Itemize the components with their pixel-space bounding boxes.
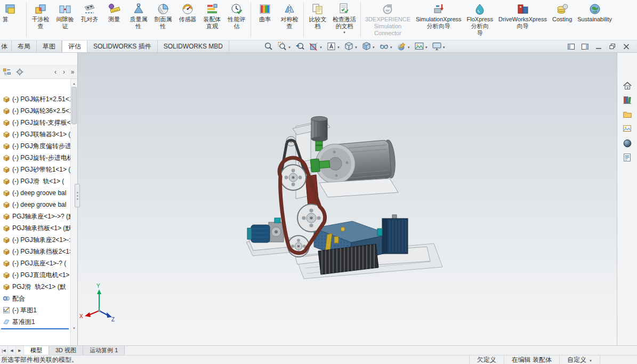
tree-item[interactable]: PGJ滑 轨2<1> (默 [0,281,70,293]
ribbon-button-hole-alignment[interactable]: 孔对齐 [77,1,102,39]
taskpane-design-library-button[interactable] [620,94,635,107]
view-settings-button[interactable] [431,41,447,52]
tab-solidworks-mbd[interactable]: SOLIDWORKS MBD [158,41,229,52]
model-stepper-motor[interactable] [311,117,327,151]
ribbon-button-label: 曲率 [259,16,271,23]
close-button[interactable] [622,43,631,50]
status-units-custom[interactable]: 自定义 [559,355,600,364]
tree-item[interactable]: (-) PGJ旋转-支撑板< [0,117,70,128]
tree-item-sketch[interactable]: (-) 草图1 [0,304,70,316]
minimize-button[interactable] [594,43,603,50]
tab-assembly[interactable]: 体 [0,41,12,52]
tree-item[interactable]: (-) deep groove bal [0,187,70,199]
panel-tab-back-button[interactable] [52,69,59,75]
ribbon-button-assembly-visualization[interactable]: 装配体 直观 [200,1,224,39]
hide-show-items-button[interactable] [378,41,394,52]
ribbon-button-sustainability[interactable]: Sustainability [575,1,615,39]
zoom-to-area-icon [277,42,287,51]
apply-scene-button[interactable] [413,41,429,52]
display-style-button[interactable] [360,41,376,52]
tree-item[interactable]: PGJ轴承座<1>->? (默 [0,211,70,222]
ribbon-button-floxpress-wizard[interactable]: FloXpress 分析向 导 [464,1,496,39]
ribbon-button-clearance-verification[interactable]: 间隙验 证 [53,1,77,39]
tree-item[interactable]: (-) PGJ轴承挡板2<1> [0,246,70,257]
dynamic-annotation-views-button[interactable] [325,41,341,52]
previous-view-button[interactable] [294,41,306,52]
ribbon-button-compare-documents[interactable]: 比较文 档 [305,1,330,39]
panel-splitter-grip[interactable] [75,184,80,207]
tab-nav-first-button[interactable] [0,346,8,355]
tab-nav-previous-button[interactable] [8,346,16,355]
ribbon-button-label: FloXpress 分析向 导 [467,16,494,37]
ribbon-button-performance-evaluation[interactable]: 性能评 估 [224,1,249,39]
ribbon-button-measure[interactable]: 测量 [102,1,126,39]
zoom-to-area-button[interactable] [276,41,292,52]
restore-button[interactable] [608,43,617,50]
tab-nav-next-button[interactable] [16,346,24,355]
section-view-button[interactable] [308,41,324,52]
motion-study-tab[interactable]: 运动算例 1 [83,346,125,355]
ribbon-button-mass-properties[interactable]: 质量属 性 [126,1,151,39]
tab-sketch[interactable]: 草图 [37,41,62,52]
tree-item[interactable]: (-) PGJ底座<1>-? ( [0,257,70,269]
tree-item[interactable]: (-) PGJ角度偏转步进电 [0,140,70,152]
component-icon [3,248,10,255]
tree-item[interactable]: (-) deep groove bal [0,199,70,211]
edit-appearance-button[interactable] [396,41,412,52]
tab-solidworks-addins[interactable]: SOLIDWORKS 插件 [87,41,158,52]
tree-item[interactable]: (-) PGJ联轴器3<1> ( [0,128,70,140]
ribbon-button-cropped[interactable]: 算 [0,1,25,39]
command-tab-strip: 体 布局 草图 评估 SOLIDWORKS 插件 SOLIDWORKS MBD [0,41,637,53]
ribbon-button-simulationxpress-wizard[interactable]: SimulationXpress 分析向导 [413,1,464,39]
scroll-up-arrow[interactable] [71,79,77,86]
ribbon-button-curvature[interactable]: 曲率 [253,1,277,39]
panel-tab-forward-button[interactable] [61,69,67,75]
taskpane-appearances-button[interactable] [620,137,635,150]
taskpane-custom-properties-button[interactable] [620,151,635,164]
ribbon-button-costing[interactable]: Costing [550,1,575,39]
taskpane-file-explorer-button[interactable] [620,108,635,121]
ribbon-button-driveworksxpress-wizard[interactable]: DriveWorksXpress 向导 [496,1,550,39]
zoom-to-fit-button[interactable] [262,41,275,52]
tree-item[interactable]: (-) PGJ蜗轮36×2.5<1 [0,105,70,117]
graphics-area[interactable]: Y X Z [78,53,617,345]
pane-toggle-right-button[interactable] [580,43,589,50]
configuration-manager-tab[interactable] [14,67,25,77]
tree-item[interactable]: (-) PGJ直流电机<1> [0,269,70,281]
pane-toggle-left-button[interactable] [567,43,575,50]
tab-evaluate[interactable]: 评估 [62,41,87,52]
ribbon-button-symmetry-check[interactable]: 对称检 查 [277,1,302,39]
tree-item[interactable]: (-) PGJ旋转-步进电机 [0,152,70,164]
taskpane-view-palette-button[interactable] [620,123,635,135]
view-orientation-button[interactable] [343,41,359,52]
taskpane-home-button[interactable] [620,79,635,92]
ribbon-button-check-active-document[interactable]: 检查激活 的文档 [330,1,359,39]
tree-item[interactable]: (-) PGJ蜗杆1×2.51<1 [0,93,70,105]
model-tab[interactable]: 模型 [24,346,49,355]
ribbon-button-label: 剖面属 性 [155,16,172,30]
tree-item[interactable]: (-) PGJ轴承座2<1>-: [0,234,70,246]
tree-item[interactable]: (-) PGJ滑 轨<1> ( [0,175,70,187]
tab-label: 布局 [18,42,30,51]
ribbon-button-section-properties[interactable]: 剖面属 性 [151,1,175,39]
ribbon-button-sensor[interactable]: 传感器 [175,1,200,39]
panel-pin-button[interactable] [69,69,76,75]
rollback-bar[interactable] [1,328,69,329]
bottom-tab-label: 模型 [30,346,42,354]
tree-scrollbar[interactable] [70,79,77,345]
tab-layout[interactable]: 布局 [12,41,37,52]
triad-z-label: Z [111,317,115,322]
ribbon-button-label: 检查激活 的文档 [333,16,356,30]
scrollbar-thumb[interactable] [71,87,77,124]
tree-item[interactable]: (-) PGJ砂带轮1<1> ( [0,164,70,175]
model-transformer[interactable] [377,215,408,254]
tree-item-mates[interactable]: 配合 [0,293,70,304]
scroll-down-arrow[interactable] [71,323,77,330]
component-icon [3,142,10,150]
featuremanager-tree-tab[interactable] [2,67,12,77]
tree-item-plane[interactable]: 基准面1 [0,316,70,328]
configuration-manager-icon [15,68,24,76]
tree-item[interactable]: PGJ轴承挡板<1> (默 [0,222,70,234]
3d-views-tab[interactable]: 3D 视图 [49,346,83,355]
ribbon-button-interference-check[interactable]: 干涉检 查 [28,1,53,39]
